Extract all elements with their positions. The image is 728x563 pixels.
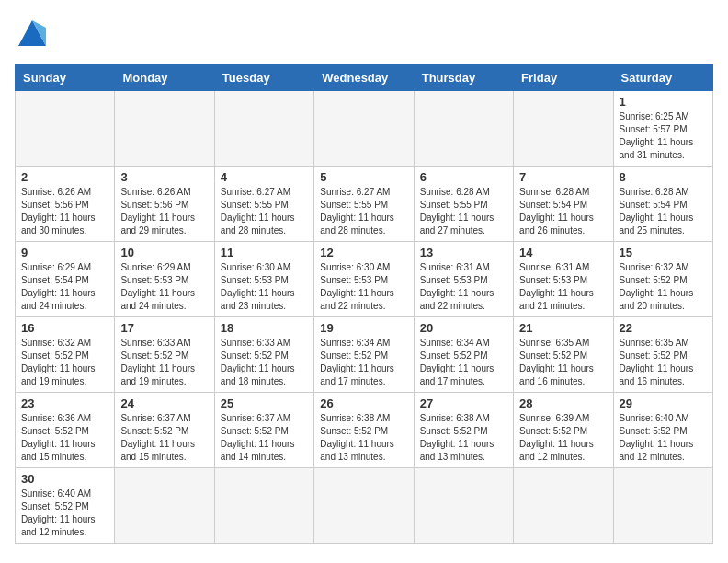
day-info: Sunrise: 6:40 AM Sunset: 5:52 PM Dayligh… bbox=[620, 412, 707, 464]
calendar-cell-38 bbox=[314, 468, 414, 544]
day-info: Sunrise: 6:30 AM Sunset: 5:53 PM Dayligh… bbox=[320, 261, 407, 313]
weekday-header-sunday: Sunday bbox=[16, 65, 115, 91]
calendar-cell-4 bbox=[414, 91, 513, 167]
day-info: Sunrise: 6:38 AM Sunset: 5:52 PM Dayligh… bbox=[420, 412, 507, 464]
day-number: 11 bbox=[221, 246, 308, 259]
day-info: Sunrise: 6:32 AM Sunset: 5:52 PM Dayligh… bbox=[620, 261, 707, 313]
calendar-cell-13: 8Sunrise: 6:28 AM Sunset: 5:54 PM Daylig… bbox=[613, 167, 712, 242]
day-number: 21 bbox=[519, 321, 607, 335]
weekday-header-thursday: Thursday bbox=[414, 65, 513, 91]
day-info: Sunrise: 6:33 AM Sunset: 5:52 PM Dayligh… bbox=[221, 337, 308, 388]
calendar-cell-41 bbox=[613, 468, 712, 544]
day-number: 26 bbox=[320, 396, 407, 410]
day-info: Sunrise: 6:26 AM Sunset: 5:56 PM Dayligh… bbox=[120, 186, 208, 237]
day-number: 13 bbox=[420, 246, 507, 259]
day-number: 2 bbox=[21, 170, 108, 184]
weekday-header-friday: Friday bbox=[514, 65, 613, 91]
calendar-table: SundayMondayTuesdayWednesdayThursdayFrid… bbox=[15, 64, 713, 544]
weekday-header-row: SundayMondayTuesdayWednesdayThursdayFrid… bbox=[16, 65, 713, 91]
day-number: 27 bbox=[420, 396, 507, 410]
day-number: 9 bbox=[21, 246, 108, 259]
logo-area bbox=[15, 15, 53, 53]
calendar-cell-40 bbox=[514, 468, 613, 544]
calendar-cell-8: 3Sunrise: 6:26 AM Sunset: 5:56 PM Daylig… bbox=[115, 167, 214, 242]
calendar-cell-9: 4Sunrise: 6:27 AM Sunset: 5:55 PM Daylig… bbox=[214, 167, 313, 242]
calendar-cell-17: 12Sunrise: 6:30 AM Sunset: 5:53 PM Dayli… bbox=[314, 242, 414, 317]
weekday-header-monday: Monday bbox=[115, 65, 214, 91]
header bbox=[15, 15, 713, 53]
calendar-cell-25: 20Sunrise: 6:34 AM Sunset: 5:52 PM Dayli… bbox=[414, 317, 513, 393]
calendar-row-2: 9Sunrise: 6:29 AM Sunset: 5:54 PM Daylig… bbox=[16, 242, 713, 317]
day-number: 22 bbox=[620, 321, 707, 335]
day-number: 16 bbox=[21, 321, 108, 335]
day-number: 10 bbox=[120, 246, 208, 259]
day-number: 6 bbox=[420, 170, 507, 184]
weekday-header-wednesday: Wednesday bbox=[314, 65, 414, 91]
calendar-cell-12: 7Sunrise: 6:28 AM Sunset: 5:54 PM Daylig… bbox=[514, 167, 613, 242]
day-info: Sunrise: 6:31 AM Sunset: 5:53 PM Dayligh… bbox=[519, 261, 607, 313]
day-number: 7 bbox=[519, 170, 607, 184]
day-number: 24 bbox=[120, 396, 208, 410]
day-info: Sunrise: 6:38 AM Sunset: 5:52 PM Dayligh… bbox=[320, 412, 407, 464]
day-number: 18 bbox=[221, 321, 308, 335]
calendar-row-4: 23Sunrise: 6:36 AM Sunset: 5:52 PM Dayli… bbox=[16, 393, 713, 468]
day-number: 12 bbox=[320, 246, 407, 259]
day-number: 30 bbox=[21, 472, 108, 486]
day-info: Sunrise: 6:25 AM Sunset: 5:57 PM Dayligh… bbox=[620, 110, 707, 162]
day-number: 20 bbox=[420, 321, 507, 335]
day-number: 17 bbox=[120, 321, 208, 335]
calendar-cell-30: 25Sunrise: 6:37 AM Sunset: 5:52 PM Dayli… bbox=[214, 393, 313, 468]
calendar-cell-16: 11Sunrise: 6:30 AM Sunset: 5:53 PM Dayli… bbox=[214, 242, 313, 317]
day-info: Sunrise: 6:27 AM Sunset: 5:55 PM Dayligh… bbox=[320, 186, 407, 237]
calendar-cell-3 bbox=[314, 91, 414, 167]
calendar-cell-29: 24Sunrise: 6:37 AM Sunset: 5:52 PM Dayli… bbox=[115, 393, 214, 468]
calendar-cell-31: 26Sunrise: 6:38 AM Sunset: 5:52 PM Dayli… bbox=[314, 393, 414, 468]
day-info: Sunrise: 6:34 AM Sunset: 5:52 PM Dayligh… bbox=[420, 337, 507, 388]
day-info: Sunrise: 6:31 AM Sunset: 5:53 PM Dayligh… bbox=[420, 261, 507, 313]
day-info: Sunrise: 6:27 AM Sunset: 5:55 PM Dayligh… bbox=[221, 186, 308, 237]
day-number: 19 bbox=[320, 321, 407, 335]
day-number: 23 bbox=[21, 396, 108, 410]
calendar-row-3: 16Sunrise: 6:32 AM Sunset: 5:52 PM Dayli… bbox=[16, 317, 713, 393]
day-info: Sunrise: 6:39 AM Sunset: 5:52 PM Dayligh… bbox=[519, 412, 607, 464]
day-info: Sunrise: 6:35 AM Sunset: 5:52 PM Dayligh… bbox=[519, 337, 607, 388]
calendar-cell-18: 13Sunrise: 6:31 AM Sunset: 5:53 PM Dayli… bbox=[414, 242, 513, 317]
calendar-cell-1 bbox=[115, 91, 214, 167]
calendar-cell-32: 27Sunrise: 6:38 AM Sunset: 5:52 PM Dayli… bbox=[414, 393, 513, 468]
day-number: 28 bbox=[519, 396, 607, 410]
calendar-cell-14: 9Sunrise: 6:29 AM Sunset: 5:54 PM Daylig… bbox=[16, 242, 115, 317]
day-info: Sunrise: 6:34 AM Sunset: 5:52 PM Dayligh… bbox=[320, 337, 407, 388]
calendar-cell-33: 28Sunrise: 6:39 AM Sunset: 5:52 PM Dayli… bbox=[514, 393, 613, 468]
calendar-cell-22: 17Sunrise: 6:33 AM Sunset: 5:52 PM Dayli… bbox=[115, 317, 214, 393]
day-number: 5 bbox=[320, 170, 407, 184]
day-info: Sunrise: 6:26 AM Sunset: 5:56 PM Dayligh… bbox=[21, 186, 108, 237]
calendar-cell-36 bbox=[115, 468, 214, 544]
day-info: Sunrise: 6:35 AM Sunset: 5:52 PM Dayligh… bbox=[620, 337, 707, 388]
calendar-row-0: 1Sunrise: 6:25 AM Sunset: 5:57 PM Daylig… bbox=[16, 91, 713, 167]
day-info: Sunrise: 6:36 AM Sunset: 5:52 PM Dayligh… bbox=[21, 412, 108, 464]
weekday-header-saturday: Saturday bbox=[613, 65, 712, 91]
day-info: Sunrise: 6:40 AM Sunset: 5:52 PM Dayligh… bbox=[21, 488, 108, 539]
logo-wrapper bbox=[15, 15, 53, 53]
day-number: 4 bbox=[221, 170, 308, 184]
calendar-row-1: 2Sunrise: 6:26 AM Sunset: 5:56 PM Daylig… bbox=[16, 167, 713, 242]
day-info: Sunrise: 6:32 AM Sunset: 5:52 PM Dayligh… bbox=[21, 337, 108, 388]
day-number: 15 bbox=[620, 246, 707, 259]
calendar-cell-23: 18Sunrise: 6:33 AM Sunset: 5:52 PM Dayli… bbox=[214, 317, 313, 393]
day-number: 3 bbox=[120, 170, 208, 184]
calendar-cell-7: 2Sunrise: 6:26 AM Sunset: 5:56 PM Daylig… bbox=[16, 167, 115, 242]
calendar-cell-26: 21Sunrise: 6:35 AM Sunset: 5:52 PM Dayli… bbox=[514, 317, 613, 393]
weekday-header-tuesday: Tuesday bbox=[214, 65, 313, 91]
calendar-cell-11: 6Sunrise: 6:28 AM Sunset: 5:55 PM Daylig… bbox=[414, 167, 513, 242]
calendar-cell-2 bbox=[214, 91, 313, 167]
calendar-cell-34: 29Sunrise: 6:40 AM Sunset: 5:52 PM Dayli… bbox=[613, 393, 712, 468]
calendar-cell-39 bbox=[414, 468, 513, 544]
day-number: 1 bbox=[620, 95, 707, 109]
day-info: Sunrise: 6:28 AM Sunset: 5:55 PM Dayligh… bbox=[420, 186, 507, 237]
day-info: Sunrise: 6:28 AM Sunset: 5:54 PM Dayligh… bbox=[519, 186, 607, 237]
day-info: Sunrise: 6:33 AM Sunset: 5:52 PM Dayligh… bbox=[120, 337, 208, 388]
day-number: 8 bbox=[620, 170, 707, 184]
calendar-cell-21: 16Sunrise: 6:32 AM Sunset: 5:52 PM Dayli… bbox=[16, 317, 115, 393]
day-number: 29 bbox=[620, 396, 707, 410]
day-number: 25 bbox=[221, 396, 308, 410]
